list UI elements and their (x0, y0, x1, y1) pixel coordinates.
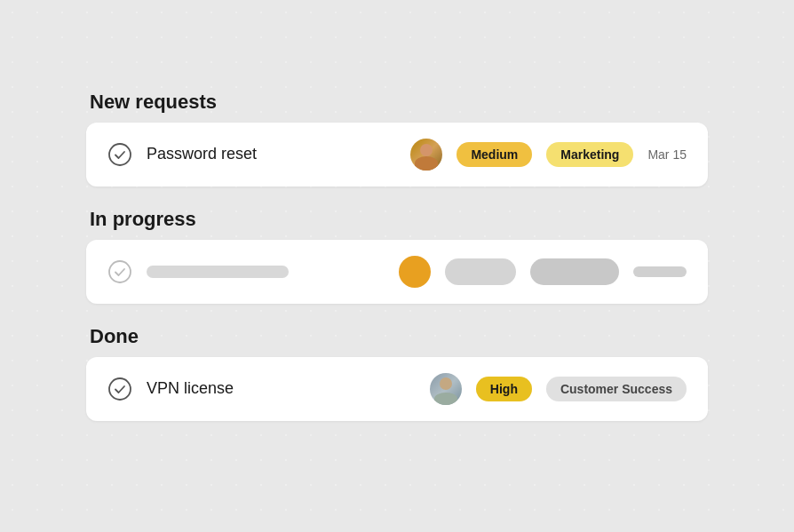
section-title-in-progress: In progress (86, 208, 708, 231)
avatar-password-reset (410, 139, 442, 171)
card-loading (86, 240, 708, 304)
main-container: New requests Password reset Medium Marke… (86, 73, 708, 460)
svg-point-2 (109, 378, 131, 400)
check-icon-loading (107, 259, 132, 284)
badge-category-marketing: Marketing (546, 142, 633, 167)
date-password-reset: Mar 15 (647, 147, 687, 162)
skeleton-badge-1 (445, 258, 516, 285)
svg-point-0 (109, 144, 131, 165)
badge-priority-high: High (476, 377, 532, 401)
task-name-password-reset: Password reset (147, 145, 396, 163)
skeleton-task-name (147, 266, 289, 278)
section-done: Done VPN license High Customer Success (86, 325, 708, 421)
skeleton-date (633, 266, 687, 277)
check-icon-vpn-license (107, 377, 132, 401)
task-name-vpn-license: VPN license (147, 379, 416, 398)
section-title-done: Done (86, 325, 708, 348)
svg-point-1 (109, 261, 131, 282)
section-title-new-requests: New requests (86, 91, 708, 114)
section-new-requests: New requests Password reset Medium Marke… (86, 91, 708, 187)
section-in-progress: In progress (86, 208, 708, 304)
badge-priority-medium: Medium (457, 142, 532, 167)
avatar-vpn-license (430, 373, 462, 405)
skeleton-badge-2 (530, 258, 619, 285)
card-vpn-license[interactable]: VPN license High Customer Success (86, 357, 708, 421)
check-icon-password-reset (107, 142, 132, 167)
card-password-reset[interactable]: Password reset Medium Marketing Mar 15 (86, 123, 708, 187)
badge-category-customer-success: Customer Success (546, 377, 687, 401)
skeleton-avatar (399, 256, 431, 288)
